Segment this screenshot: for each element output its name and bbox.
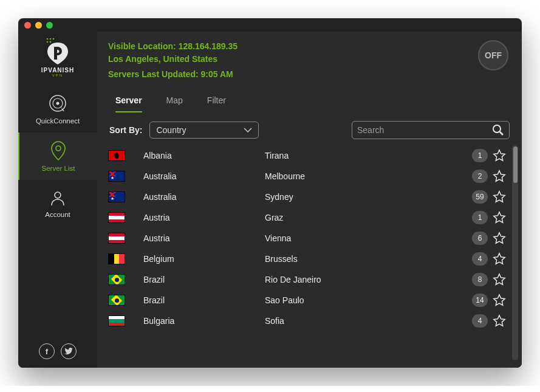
twitter-button[interactable] bbox=[61, 343, 77, 359]
flag-icon bbox=[108, 233, 125, 244]
svg-point-9 bbox=[55, 192, 61, 198]
server-list: AlbaniaTirana1AustraliaMelbourne2Austral… bbox=[108, 145, 510, 360]
brand-name: IPVANISH bbox=[41, 67, 75, 74]
sort-by-label: Sort By: bbox=[109, 125, 142, 135]
country-name: Australia bbox=[143, 192, 265, 202]
logo-icon bbox=[44, 38, 72, 66]
flag-icon bbox=[108, 253, 125, 264]
tab-filter[interactable]: Filter bbox=[207, 95, 226, 112]
account-icon bbox=[49, 189, 67, 207]
favorite-star-button[interactable] bbox=[493, 252, 506, 266]
server-row[interactable]: AustriaGraz1 bbox=[108, 207, 510, 228]
svg-point-10 bbox=[493, 125, 501, 132]
visible-city: Los Angeles, United States bbox=[108, 53, 238, 66]
sidebar-item-serverlist[interactable]: Server List bbox=[18, 132, 97, 180]
server-row[interactable]: BrazilSao Paulo14 bbox=[108, 290, 510, 311]
server-count-badge: 6 bbox=[472, 232, 488, 245]
svg-point-0 bbox=[47, 38, 49, 40]
country-name: Brazil bbox=[143, 275, 265, 284]
country-name: Austria bbox=[143, 213, 265, 222]
location-pin-icon bbox=[49, 140, 67, 161]
server-count-badge: 2 bbox=[472, 170, 488, 183]
svg-point-3 bbox=[47, 41, 49, 43]
search-box[interactable] bbox=[352, 121, 510, 139]
sidebar-item-label: Server List bbox=[42, 165, 75, 172]
server-row[interactable]: AustriaVienna6 bbox=[108, 228, 510, 249]
flag-icon bbox=[108, 315, 125, 326]
tabs: Server Map Filter bbox=[97, 84, 522, 112]
country-name: Brazil bbox=[143, 295, 265, 305]
sort-by-value: Country bbox=[156, 125, 186, 135]
country-name: Belgium bbox=[143, 254, 265, 264]
flag-icon bbox=[108, 274, 125, 285]
servers-updated: Servers Last Updated: 9:05 AM bbox=[108, 68, 238, 81]
svg-point-2 bbox=[53, 38, 55, 40]
country-name: Australia bbox=[143, 171, 265, 181]
sidebar: IPVANISH VPN QuickConnect Server bbox=[18, 32, 97, 368]
city-name: Sofia bbox=[265, 316, 472, 326]
svg-point-7 bbox=[56, 102, 60, 105]
server-count-badge: 4 bbox=[472, 314, 488, 328]
connection-toggle-button[interactable]: OFF bbox=[478, 40, 508, 70]
titlebar bbox=[18, 18, 522, 32]
zoom-window-button[interactable] bbox=[46, 22, 53, 29]
flag-icon bbox=[108, 212, 125, 223]
favorite-star-button[interactable] bbox=[493, 170, 506, 183]
tab-server[interactable]: Server bbox=[115, 95, 142, 112]
main-panel: Visible Location: 128.164.189.35 Los Ang… bbox=[97, 32, 522, 368]
city-name: Tirana bbox=[265, 151, 472, 160]
star-icon bbox=[493, 149, 506, 162]
favorite-star-button[interactable] bbox=[493, 211, 506, 224]
city-name: Vienna bbox=[265, 233, 472, 243]
flag-icon bbox=[108, 171, 125, 182]
tab-map[interactable]: Map bbox=[166, 95, 183, 112]
sort-by-select[interactable]: Country bbox=[149, 122, 259, 139]
server-count-badge: 59 bbox=[472, 190, 488, 204]
city-name: Graz bbox=[265, 213, 472, 222]
sidebar-item-label: Account bbox=[45, 211, 70, 218]
city-name: Sao Paulo bbox=[265, 295, 472, 305]
favorite-star-button[interactable] bbox=[493, 149, 506, 162]
minimize-window-button[interactable] bbox=[35, 22, 42, 29]
chevron-down-icon bbox=[244, 127, 252, 133]
svg-point-4 bbox=[50, 41, 52, 43]
favorite-star-button[interactable] bbox=[493, 232, 506, 245]
favorite-star-button[interactable] bbox=[493, 294, 506, 307]
facebook-button[interactable]: f bbox=[39, 343, 55, 359]
server-count-badge: 8 bbox=[472, 273, 488, 286]
star-icon bbox=[493, 190, 506, 204]
server-row[interactable]: AlbaniaTirana1 bbox=[108, 145, 510, 166]
city-name: Brussels bbox=[265, 254, 472, 264]
server-count-badge: 1 bbox=[472, 211, 488, 224]
app-window: IPVANISH VPN QuickConnect Server bbox=[18, 18, 522, 368]
quickconnect-icon bbox=[47, 93, 68, 114]
visible-location: Visible Location: 128.164.189.35 bbox=[108, 40, 238, 53]
favorite-star-button[interactable] bbox=[493, 314, 506, 328]
star-icon bbox=[493, 170, 506, 183]
sidebar-item-quickconnect[interactable]: QuickConnect bbox=[18, 85, 97, 132]
server-row[interactable]: BrazilRio De Janeiro8 bbox=[108, 269, 510, 290]
server-row[interactable]: AustraliaMelbourne2 bbox=[108, 166, 510, 187]
server-count-badge: 4 bbox=[472, 252, 488, 266]
flag-icon bbox=[108, 150, 125, 161]
search-input[interactable] bbox=[357, 125, 492, 135]
svg-point-1 bbox=[50, 38, 52, 40]
svg-point-8 bbox=[56, 146, 61, 151]
star-icon bbox=[493, 232, 506, 245]
flag-icon bbox=[108, 295, 125, 306]
sidebar-item-label: QuickConnect bbox=[36, 117, 80, 125]
server-row[interactable]: AustraliaSydney59 bbox=[108, 187, 510, 207]
scrollbar-thumb[interactable] bbox=[513, 146, 518, 183]
favorite-star-button[interactable] bbox=[493, 273, 506, 286]
scrollbar[interactable] bbox=[512, 145, 518, 360]
favorite-star-button[interactable] bbox=[493, 190, 506, 204]
star-icon bbox=[493, 252, 506, 266]
twitter-icon bbox=[64, 348, 73, 355]
sidebar-item-account[interactable]: Account bbox=[18, 180, 97, 227]
facebook-icon: f bbox=[46, 347, 48, 356]
close-window-button[interactable] bbox=[24, 22, 31, 29]
server-count-badge: 14 bbox=[472, 294, 488, 307]
server-row[interactable]: BelgiumBrussels4 bbox=[108, 249, 510, 269]
server-row[interactable]: BulgariaSofia4 bbox=[108, 311, 510, 331]
country-name: Bulgaria bbox=[143, 316, 265, 326]
